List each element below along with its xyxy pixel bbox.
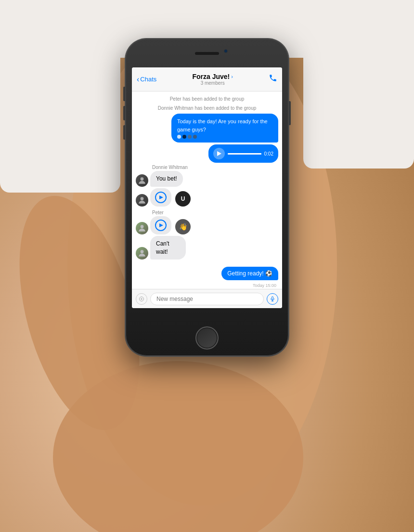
sender-name-peter: Peter xyxy=(152,210,191,215)
speaker xyxy=(195,52,219,55)
avatar-peter-2 xyxy=(136,247,148,260)
incoming-group-donnie: Donnie Whitman You bet! xyxy=(136,165,191,208)
header-center: Forza Juve! › 3 members xyxy=(156,73,269,86)
svg-point-9 xyxy=(141,250,144,254)
play-icon-peter xyxy=(159,223,163,227)
avatar-donnie xyxy=(136,174,148,187)
phone-wrapper: ‹ Chats Forza Juve! › 3 members xyxy=(125,39,289,356)
phone-shell: ‹ Chats Forza Juve! › 3 members xyxy=(125,39,289,356)
chevron-left-icon: ‹ xyxy=(137,76,139,83)
incoming-row-1: You bet! xyxy=(136,171,191,187)
sticker-u-icon: U xyxy=(175,191,191,207)
input-bar xyxy=(132,289,282,308)
incoming-group-peter: Peter 👋 xyxy=(136,210,191,261)
back-button[interactable]: ‹ Chats xyxy=(137,76,156,83)
message-timestamp: Today 15:00 xyxy=(136,283,276,288)
audio-progress-bar xyxy=(228,153,261,155)
phone-screen: ‹ Chats Forza Juve! › 3 members xyxy=(132,67,282,308)
incoming-audio-peter[interactable] xyxy=(150,216,171,234)
incoming-bubble-1: You bet! xyxy=(150,171,183,187)
incoming-bubble-peter: Can't wait! xyxy=(150,236,186,260)
phone-call-button[interactable] xyxy=(269,74,277,85)
incoming-audio-donnie[interactable] xyxy=(150,188,171,207)
back-label[interactable]: Chats xyxy=(140,76,156,83)
group-name[interactable]: Forza Juve! xyxy=(192,73,230,80)
svg-rect-11 xyxy=(272,297,273,299)
group-chevron-icon[interactable]: › xyxy=(231,74,233,79)
play-button-out[interactable] xyxy=(213,148,225,159)
svg-point-6 xyxy=(141,177,144,181)
outgoing-msg-getting-ready: Getting ready! ⚽ xyxy=(221,267,278,280)
chat-header: ‹ Chats Forza Juve! › 3 members xyxy=(132,67,282,91)
sender-name-donnie: Donnie Whitman xyxy=(152,165,191,170)
incoming-row-2: U xyxy=(136,188,191,207)
incoming-row-peter-2: Can't wait! xyxy=(136,236,191,260)
front-camera xyxy=(224,49,228,53)
avatar-donnie-2 xyxy=(136,194,148,207)
play-button-in[interactable] xyxy=(155,192,167,203)
incoming-row-peter-1: 👋 xyxy=(136,216,191,234)
home-button[interactable] xyxy=(195,326,219,350)
attach-button[interactable] xyxy=(136,293,147,305)
wave-sticker-icon: 👋 xyxy=(175,219,191,234)
svg-point-7 xyxy=(141,197,144,200)
members-count: 3 members xyxy=(156,80,269,86)
svg-point-8 xyxy=(141,225,144,228)
audio-duration: 0:02 xyxy=(264,151,273,156)
outgoing-msg-1: Today is the day! Are you ready for the … xyxy=(171,114,278,143)
mic-button[interactable] xyxy=(267,293,278,305)
play-button-peter[interactable] xyxy=(155,220,167,231)
play-icon-blue xyxy=(159,195,163,199)
system-msg-2: Donnie Whitman has been added to the gro… xyxy=(136,104,278,112)
outgoing-audio-1[interactable]: 0:02 xyxy=(208,144,278,163)
message-input[interactable] xyxy=(150,293,264,305)
messages-area: Peter has been added to the group Donnie… xyxy=(132,91,282,289)
system-msg-1: Peter has been added to the group xyxy=(136,95,278,103)
avatar-peter-1 xyxy=(136,222,148,234)
play-icon xyxy=(217,151,221,156)
